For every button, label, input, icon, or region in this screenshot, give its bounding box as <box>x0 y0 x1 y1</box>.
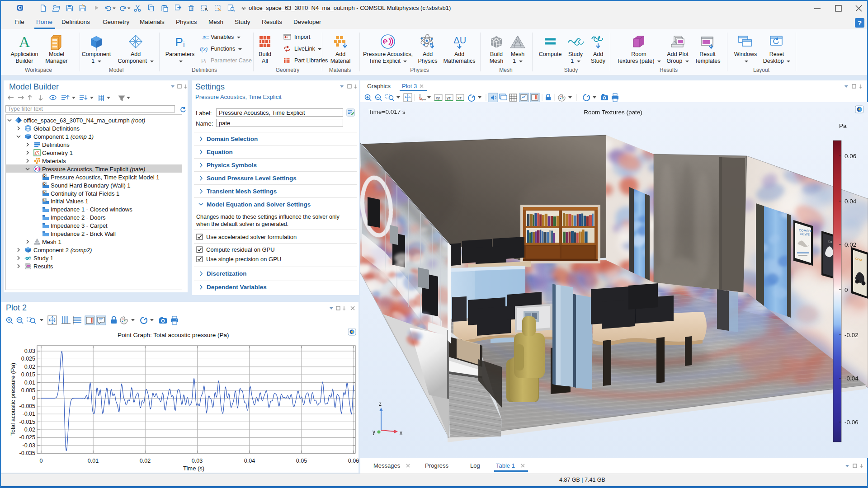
svg-text:D: D <box>43 198 46 202</box>
svg-text:a=: a= <box>203 34 209 41</box>
svg-text:D: D <box>43 182 46 185</box>
svg-text:Room Textures (pate): Room Textures (pate) <box>584 109 642 116</box>
svg-text:yz: yz <box>447 96 451 100</box>
svg-text:Pi: Pi <box>201 57 206 64</box>
svg-text:0.04: 0.04 <box>844 198 857 205</box>
svg-text:xy: xy <box>436 96 440 100</box>
svg-text:f(x): f(x) <box>200 46 208 52</box>
svg-text:Pa: Pa <box>839 122 847 129</box>
svg-text:D: D <box>43 174 46 177</box>
svg-text:-0.04: -0.04 <box>844 375 859 382</box>
svg-text:-0.06: -0.06 <box>844 419 859 426</box>
svg-text:U: U <box>460 35 466 45</box>
svg-text:0.06: 0.06 <box>844 153 856 160</box>
svg-text:D: D <box>43 190 46 193</box>
svg-text:0: 0 <box>844 286 848 293</box>
svg-text:y: y <box>373 429 375 435</box>
svg-text:A: A <box>19 33 30 50</box>
svg-text:x: x <box>400 430 402 436</box>
svg-text:NEWS: NEWS <box>800 232 810 236</box>
svg-text:Δ: Δ <box>453 35 459 45</box>
svg-text:0.02: 0.02 <box>844 241 856 248</box>
svg-text:-0.02: -0.02 <box>844 332 859 338</box>
svg-text:Pi: Pi <box>175 35 185 49</box>
svg-text:Time=0.017 s: Time=0.017 s <box>368 108 406 115</box>
svg-text:xz: xz <box>458 96 462 100</box>
svg-text:z: z <box>379 401 382 407</box>
